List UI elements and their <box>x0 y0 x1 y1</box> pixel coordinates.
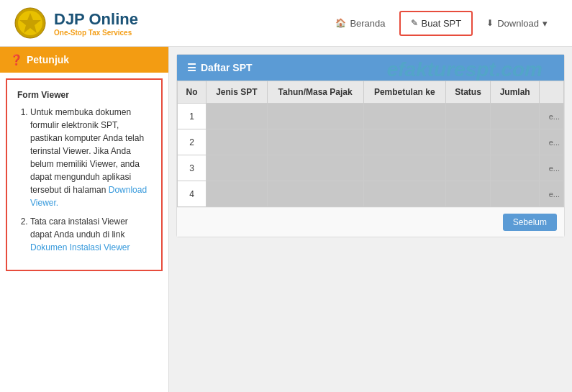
row2-jenis <box>206 129 268 155</box>
spt-table: No Jenis SPT Tahun/Masa Pajak Pembetulan… <box>177 81 564 207</box>
main-layout: ❓ Petunjuk Form Viewer Untuk membuka dok… <box>0 47 572 392</box>
col-status: Status <box>445 81 490 104</box>
col-jumlah: Jumlah <box>491 81 540 104</box>
logo-area: DJP Online One-Stop Tax Services <box>14 7 138 40</box>
form-viewer-title: Form Viewer <box>17 90 151 100</box>
table-row: 2 e... <box>178 129 564 155</box>
row1-no: 1 <box>178 104 206 129</box>
logo-subtitle: One-Stop Tax Services <box>54 29 138 37</box>
row4-jenis <box>206 181 268 207</box>
row3-no: 3 <box>178 155 206 181</box>
row1-status <box>445 104 490 129</box>
row3-jenis <box>206 155 268 181</box>
row3-action: e... <box>540 155 564 181</box>
row1-jumlah <box>491 104 540 129</box>
sidebar-header-label: Petunjuk <box>27 54 69 65</box>
col-tahun: Tahun/Masa Pajak <box>267 81 363 104</box>
row4-status <box>445 181 490 207</box>
nav-buat-spt[interactable]: ✎ Buat SPT <box>399 11 473 36</box>
row3-status <box>445 155 490 181</box>
watermark: efakturespt.com <box>387 58 543 81</box>
content-title: Daftar SPT <box>201 62 253 73</box>
col-pembetulan: Pembetulan ke <box>363 81 445 104</box>
row4-no: 4 <box>178 181 206 207</box>
table-icon: ☰ <box>187 62 196 73</box>
table-row: 1 e... <box>178 104 564 129</box>
chevron-down-icon: ▾ <box>543 18 548 29</box>
col-jenis: Jenis SPT <box>206 81 268 104</box>
table-row: 3 e... <box>178 155 564 181</box>
row1-tahun <box>267 104 363 129</box>
download-icon: ⬇ <box>486 18 494 28</box>
table-header-row: No Jenis SPT Tahun/Masa Pajak Pembetulan… <box>178 81 564 104</box>
row1-action: e... <box>540 104 564 129</box>
bottom-bar: Sebelum <box>177 207 564 237</box>
col-no: No <box>178 81 206 104</box>
edit-icon: ✎ <box>411 18 418 28</box>
row1-pembetulan <box>363 104 445 129</box>
row2-jumlah <box>491 129 540 155</box>
row2-pembetulan <box>363 129 445 155</box>
table-body: 1 e... 2 e.. <box>178 104 564 207</box>
instruction-item-1: Untuk membuka dokumen formulir elektroni… <box>30 106 151 209</box>
main-nav: 🏠 Beranda ✎ Buat SPT ⬇ Download ▾ <box>325 11 558 36</box>
sidebar: ❓ Petunjuk Form Viewer Untuk membuka dok… <box>0 47 169 392</box>
row3-tahun <box>267 155 363 181</box>
nav-beranda[interactable]: 🏠 Beranda <box>325 12 395 35</box>
nav-buat-spt-label: Buat SPT <box>422 18 462 29</box>
sidebar-header: ❓ Petunjuk <box>0 47 168 73</box>
nav-beranda-label: Beranda <box>350 18 385 29</box>
row1-jenis <box>206 104 268 129</box>
row4-pembetulan <box>363 181 445 207</box>
info-icon: ❓ <box>10 54 22 65</box>
content-area: ☰ Daftar SPT efakturespt.com No Jenis SP… <box>169 47 572 392</box>
dokumen-instalasi-link[interactable]: Dokumen Instalasi Viewer <box>30 242 130 252</box>
home-icon: 🏠 <box>335 18 346 28</box>
nav-download-label: Download <box>497 18 539 29</box>
instruction-item-2: Tata cara instalasi Viewer dapat Anda un… <box>30 215 151 254</box>
sidebar-content: Form Viewer Untuk membuka dokumen formul… <box>6 78 163 271</box>
row2-no: 2 <box>178 129 206 155</box>
row2-action: e... <box>540 129 564 155</box>
content-header: ☰ Daftar SPT efakturespt.com <box>177 55 564 81</box>
row3-pembetulan <box>363 155 445 181</box>
logo-text: DJP Online One-Stop Tax Services <box>54 10 138 37</box>
header: DJP Online One-Stop Tax Services 🏠 Beran… <box>0 0 572 47</box>
row2-tahun <box>267 129 363 155</box>
prev-button[interactable]: Sebelum <box>503 214 557 231</box>
row4-action: e... <box>540 181 564 207</box>
row3-jumlah <box>491 155 540 181</box>
nav-download[interactable]: ⬇ Download ▾ <box>476 12 558 35</box>
content-panel: ☰ Daftar SPT efakturespt.com No Jenis SP… <box>176 54 565 237</box>
instruction-list: Untuk membuka dokumen formulir elektroni… <box>17 106 151 254</box>
logo-title: DJP Online <box>54 10 138 29</box>
row4-tahun <box>267 181 363 207</box>
row4-jumlah <box>491 181 540 207</box>
row2-status <box>445 129 490 155</box>
logo-icon <box>14 7 47 40</box>
table-row: 4 e... <box>178 181 564 207</box>
col-action <box>540 81 564 104</box>
